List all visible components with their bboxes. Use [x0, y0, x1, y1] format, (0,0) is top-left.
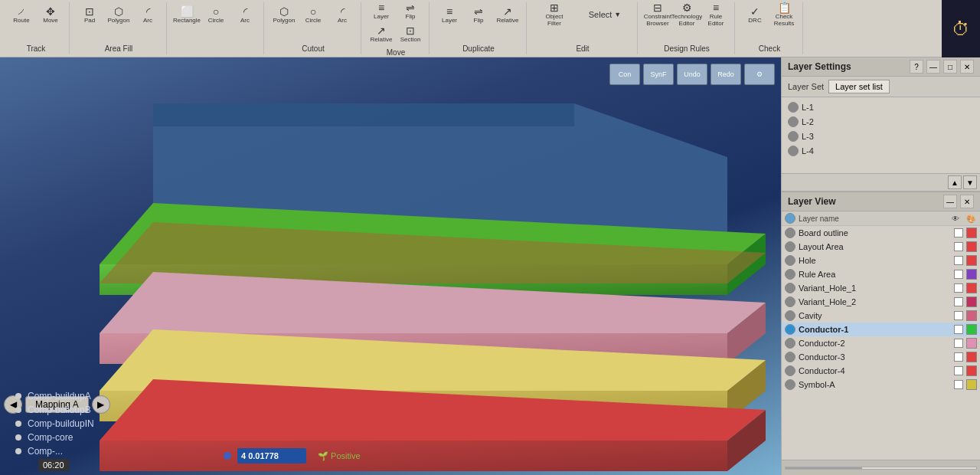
- l4-name: L-4: [802, 146, 974, 156]
- conductor3-check[interactable]: [954, 352, 963, 362]
- layout-area-check[interactable]: [954, 242, 963, 251]
- flip-button-1[interactable]: ⇌ Flip: [397, 1, 424, 22]
- technology-editor-button[interactable]: ⚙ Technology Editor: [673, 4, 701, 25]
- conductor1-check[interactable]: [954, 325, 963, 334]
- hole-color[interactable]: [966, 255, 977, 266]
- symbol-a-indicator: [785, 379, 795, 390]
- cutout-polygon-button[interactable]: ⬡ Polygon: [270, 4, 298, 25]
- variant-hole2-check[interactable]: [954, 297, 963, 306]
- layout-area-color[interactable]: [966, 241, 977, 252]
- legend-dot-2: [15, 407, 21, 413]
- layer-list-item-l3[interactable]: L-3: [785, 129, 977, 143]
- conductor4-name: Conductor-4: [799, 366, 951, 375]
- flip-button-2[interactable]: ⇌ Flip: [465, 4, 492, 25]
- conductor1-color[interactable]: [966, 324, 977, 335]
- toolbar: ⟋ Route ✥ Move Track ⊡ Pad ⬡ Polygon ◜ A…: [0, 0, 980, 57]
- maximize-icon-button[interactable]: □: [943, 60, 957, 74]
- rule-editor-button[interactable]: ≡ Rule Editor: [702, 4, 730, 25]
- rule-area-color[interactable]: [966, 269, 977, 280]
- variant-hole1-name: Variant_Hole_1: [799, 283, 951, 293]
- route-button[interactable]: ⟋ Route: [8, 4, 35, 25]
- variant-hole1-check[interactable]: [954, 283, 963, 293]
- layer-view-variant-hole-1[interactable]: Variant_Hole_1: [782, 281, 980, 295]
- corner-clock-button[interactable]: ⏱: [942, 0, 980, 57]
- layer-view-conductor-3[interactable]: Conductor-3: [782, 350, 980, 364]
- layer-list-item-l4[interactable]: L-4: [785, 144, 977, 158]
- layer-list-scroll-down[interactable]: ▼: [963, 175, 977, 189]
- symbol-a-check[interactable]: [954, 380, 963, 389]
- close-icon-button[interactable]: ✕: [960, 60, 974, 74]
- help-icon-button[interactable]: ?: [910, 60, 923, 74]
- layer-view-close[interactable]: ✕: [960, 195, 974, 208]
- layer-list-item-l1[interactable]: L-1: [785, 100, 977, 114]
- layer-view-conductor-4[interactable]: Conductor-4: [782, 364, 980, 378]
- check-results-button[interactable]: 📋 Check Results: [770, 4, 798, 25]
- conductor4-check[interactable]: [954, 366, 963, 375]
- conductor3-name: Conductor-3: [799, 352, 951, 362]
- layer-list-scroll-up[interactable]: ▲: [948, 175, 962, 189]
- cutout-circle-button[interactable]: ○ Circle: [299, 4, 327, 25]
- layer-view-hole[interactable]: Hole: [782, 254, 980, 267]
- layer-view-variant-hole-2[interactable]: Variant_Hole_2: [782, 295, 980, 309]
- select-label: Select: [589, 10, 612, 19]
- relative-icon-1: ↗: [377, 25, 386, 36]
- rectangle-button[interactable]: ⬜ Rectangle: [173, 4, 201, 25]
- board-outline-color[interactable]: [966, 228, 977, 238]
- cavity-color[interactable]: [966, 310, 977, 321]
- cavity-check[interactable]: [954, 311, 963, 320]
- col-header-name: Layer name: [799, 215, 946, 223]
- arc-button-1[interactable]: ◜ Arc: [134, 4, 162, 25]
- layer-view-board-outline[interactable]: Board outline: [782, 226, 980, 240]
- relative-button-1[interactable]: ↗ Relative: [368, 24, 395, 45]
- board-outline-indicator: [785, 228, 795, 238]
- polygon-button[interactable]: ⬡ Polygon: [105, 4, 132, 25]
- layer-view-symbol-a[interactable]: Symbol-A: [782, 378, 980, 391]
- variant-hole2-name: Variant_Hole_2: [799, 297, 951, 306]
- rectangle-icon: ⬜: [181, 6, 194, 17]
- drc-button[interactable]: ✓ DRC: [741, 4, 769, 25]
- layer-view-minimize[interactable]: —: [943, 195, 957, 208]
- object-filter-button[interactable]: ⊞ Object Filter: [533, 4, 576, 25]
- pad-button[interactable]: ⊡ Pad: [76, 4, 103, 25]
- rule-area-check[interactable]: [954, 270, 963, 279]
- duplicate-label: Duplicate: [462, 43, 495, 53]
- conductor2-color[interactable]: [966, 338, 977, 349]
- layer-view-conductor-1[interactable]: Conductor-1: [782, 323, 980, 336]
- viewport-3d[interactable]: Con SynF Undo Redo ⚙: [0, 57, 781, 475]
- move-label: Move: [43, 17, 58, 24]
- layer-button-1[interactable]: ≡ Layer: [368, 1, 395, 22]
- circle-button[interactable]: ○ Circle: [202, 4, 230, 25]
- check-label: Check: [759, 43, 780, 53]
- mapping-next-button[interactable]: ▶: [92, 395, 110, 414]
- cutout-arc-button[interactable]: ◜ Arc: [328, 4, 356, 25]
- area-fill-label: Area Fill: [105, 43, 133, 53]
- layer-view-conductor-2[interactable]: Conductor-2: [782, 336, 980, 350]
- rect-circle-group: ⬜ Rectangle ○ Circle ◜ Arc: [168, 2, 264, 54]
- arc-button-2[interactable]: ◜ Arc: [231, 4, 259, 25]
- move-button[interactable]: ✥ Move: [37, 4, 64, 25]
- conductor4-color[interactable]: [966, 365, 977, 376]
- select-button[interactable]: Select ▼: [577, 4, 632, 25]
- layer-set-list-button[interactable]: Layer set list: [828, 80, 890, 93]
- minimize-icon-button[interactable]: —: [926, 60, 940, 74]
- conductor3-color[interactable]: [966, 352, 977, 362]
- relative-button-2[interactable]: ↗ Relative: [494, 4, 521, 25]
- layer-list-item-l2[interactable]: L-2: [785, 115, 977, 129]
- legend-item-1: Comp-buildupA: [15, 391, 94, 401]
- board-outline-check[interactable]: [954, 228, 963, 238]
- pcb-scene: 1 0.01778 🌱 Positive 0.12700 2 0.03556 🌱…: [0, 57, 781, 475]
- symbol-a-color[interactable]: [966, 379, 977, 390]
- constraint-icon: ⊟: [653, 2, 662, 13]
- layer-view-cavity[interactable]: Cavity: [782, 309, 980, 323]
- variant-hole1-color[interactable]: [966, 283, 977, 293]
- layer-button-2[interactable]: ≡ Layer: [436, 4, 463, 25]
- hole-check[interactable]: [954, 256, 963, 265]
- conductor1-name: Conductor-1: [799, 325, 951, 334]
- layer-view-layout-area[interactable]: Layout Area: [782, 240, 980, 254]
- variant-hole2-indicator: [785, 296, 795, 307]
- constraint-browser-button[interactable]: ⊟ Constraint Browser: [644, 4, 671, 25]
- conductor2-check[interactable]: [954, 339, 963, 348]
- layer-view-rule-area[interactable]: Rule Area: [782, 267, 980, 281]
- variant-hole2-color[interactable]: [966, 296, 977, 307]
- section-button[interactable]: ⊡ Section: [397, 24, 424, 45]
